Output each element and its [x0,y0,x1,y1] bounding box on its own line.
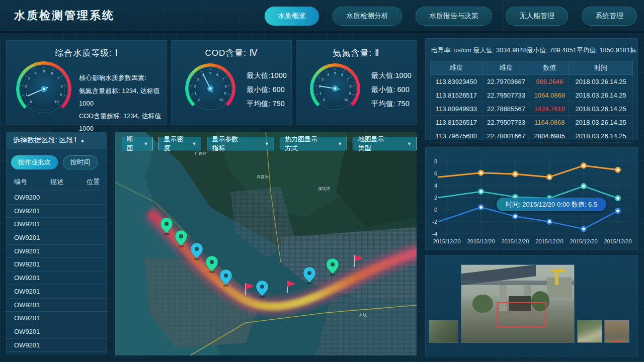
table-row[interactable]: 113.81526517 22.79507733 1064.0868 2018.… [431,88,633,102]
nh3-gauge: 012345678910 [310,63,360,114]
panel-site-photos [425,255,638,356]
svg-text:0: 0 [30,100,32,104]
cell-lat: 22.78001667 [482,129,530,143]
svg-text:6: 6 [51,71,53,75]
panel-trend-chart: 86420-2-42015/12/202015/12/202015/12/202… [425,147,638,250]
site-photo-main[interactable] [461,265,574,342]
section-select-label: 选择数据区段: 区段1 [13,136,77,145]
list-item[interactable]: OW9201 [6,258,107,272]
map-toolbar: 断面▼ 显示密度▼ 显示参数指标▼ 热力图显示方式▼ 地图显示类型▼ [122,137,417,150]
chart-tooltip: 时间: 2015/12/20 0:00 数值: 6.5 [497,198,606,211]
dropdown-density[interactable]: 显示密度▼ [158,137,201,150]
table-row[interactable]: 113.79675600 22.78001667 2804.6985 2018.… [431,129,633,143]
list-item[interactable]: OW9201 [6,218,107,231]
svg-text:3: 3 [197,77,199,81]
list-item[interactable]: OW9201 [6,339,107,352]
svg-text:0: 0 [323,98,325,102]
svg-text:2015/12/20: 2015/12/20 [433,238,460,244]
nh3-stats: 最大值:1000 最小值: 600 平均值: 750 [371,68,412,111]
filter-by-time-button[interactable]: 按时间 [63,155,98,169]
map-place-label: 大坑 [359,313,367,317]
conductivity-summary: 电导率: us/cm 最大值: 3034.9848最小值: 709.4851平均… [425,38,638,55]
data-point-teal [479,190,484,194]
list-item[interactable]: OW9200 [6,191,107,205]
dropdown-parameter[interactable]: 显示参数指标▼ [207,137,274,150]
nav-tab-system[interactable]: 系统管理 [582,7,637,26]
cell-lat: 22.78885567 [482,102,530,116]
svg-text:7: 7 [57,76,59,80]
quality-factors: 核心影响水质参数因素: 氨氮含量超标: 1234, 达标值1000 COD含量超… [79,71,167,135]
list-item[interactable]: OW9201 [6,205,107,218]
panel-cod: COD含量: Ⅳ 012345678910 最大值:1000 最小值: 600 … [171,40,292,125]
list-item[interactable]: OW9201 [6,245,107,258]
vegetation [472,295,493,313]
svg-text:2: 2 [194,84,196,88]
dropdown-heatmap-mode[interactable]: 热力图显示方式▼ [280,137,347,150]
col-val: 数值 [530,61,569,75]
nav-tab-boat[interactable]: 无人船管理 [506,7,568,26]
panel-title-nh3: 氨氮含量: Ⅱ [296,40,417,59]
filter-by-batch-button[interactable]: 按作业批次 [11,155,58,169]
list-item[interactable]: OW9201 [6,325,107,339]
factor-line-cod: COD含量超标: 1234, 达标值1000 [79,110,167,135]
svg-text:2015/12/20: 2015/12/20 [467,238,495,244]
site-photo-thumb-2[interactable] [578,320,602,342]
cell-value: 1064.0868 [530,88,569,102]
section-filter-buttons: 按作业批次 按时间 [11,155,107,169]
quality-factors-title: 核心影响水质参数因素: [79,71,167,84]
main-nav: 水质概览 水质检测分析 水质报告与决策 无人船管理 系统管理 [265,7,637,26]
col-desc: 描述 [50,177,63,187]
dropdown-section[interactable]: 断面▼ [122,137,153,150]
svg-text:2015/12/20: 2015/12/20 [604,238,631,244]
data-point-teal [616,196,620,201]
data-point-blue [547,220,552,224]
site-photo-thumb-1[interactable] [429,320,458,342]
map-canvas: 广昌村石盘头深坑湾大坑 [115,132,417,355]
data-point-blue [582,227,586,231]
svg-text:9: 9 [60,93,62,97]
panel-conductivity: 电导率: us/cm 最大值: 3034.9848最小值: 709.4851平均… [425,38,638,140]
list-item[interactable]: OW9201 [6,231,107,245]
section-select-header[interactable]: 选择数据区段: 区段1 ▲ [6,132,107,149]
list-item[interactable]: OW9201 [6,299,107,312]
detection-box [497,302,547,328]
table-row[interactable]: 113.81526517 22.79507733 1164.0868 2018.… [431,116,633,129]
site-photo-thumb-3[interactable] [605,320,629,342]
list-item[interactable]: OW9201 [6,312,107,325]
table-row[interactable]: 113.80949933 22.78885567 1424.7618 2018.… [431,102,633,116]
cod-stats: 最大值:1000 最小值: 600 平均值: 750 [247,68,287,111]
conductivity-table: 维度 维度 数值 时间 113.83923450 22.79703667 988… [430,61,633,143]
nav-tab-report[interactable]: 水质报告与决策 [416,7,492,26]
nav-tab-overview[interactable]: 水质概览 [265,7,319,26]
detection-box-small [611,329,624,341]
data-point-orange [513,172,518,176]
table-row[interactable]: 113.83923450 22.79703667 988.2646 2018.0… [431,75,633,88]
col-lng: 维度 [431,61,482,75]
svg-text:-4: -4 [432,231,437,237]
cod-gauge: 012345678910 [185,63,235,114]
nav-tab-analysis[interactable]: 水质检测分析 [333,7,402,26]
svg-text:6: 6 [434,170,437,176]
svg-text:3: 3 [28,76,30,80]
cod-min: 最小值: 600 [247,82,287,97]
svg-text:2: 2 [434,195,437,201]
list-item[interactable]: OW9201 [6,285,107,299]
map-place-label: 石盘头 [257,174,269,179]
cell-time: 2018.03.26.14.25 [569,102,633,116]
satellite-map[interactable]: 广昌村石盘头深坑湾大坑 断面▼ 显示密度▼ 显示参数指标▼ 热力图显示方式▼ 地… [115,132,417,355]
cell-lng: 113.81526517 [431,116,482,129]
svg-text:5: 5 [209,71,211,75]
gauge-dial: 012345678910 [310,63,360,114]
dropdown-map-type[interactable]: 地图显示类型▼ [353,137,417,150]
nh3-avg: 平均值: 750 [371,97,412,111]
svg-text:2015/12/20: 2015/12/20 [570,238,597,244]
collapse-arrow-icon[interactable]: ▲ [80,138,85,143]
svg-text:9: 9 [224,91,226,96]
col-id: 编号 [14,177,27,187]
svg-text:4: 4 [35,71,37,75]
list-item[interactable]: OW9201 [6,272,107,285]
cell-lat: 22.79703667 [482,75,530,88]
svg-text:4: 4 [327,72,329,77]
svg-text:6: 6 [216,72,218,77]
panel-data-section: 选择数据区段: 区段1 ▲ 按作业批次 按时间 编号 描述 位置 OW9200O… [6,132,107,354]
